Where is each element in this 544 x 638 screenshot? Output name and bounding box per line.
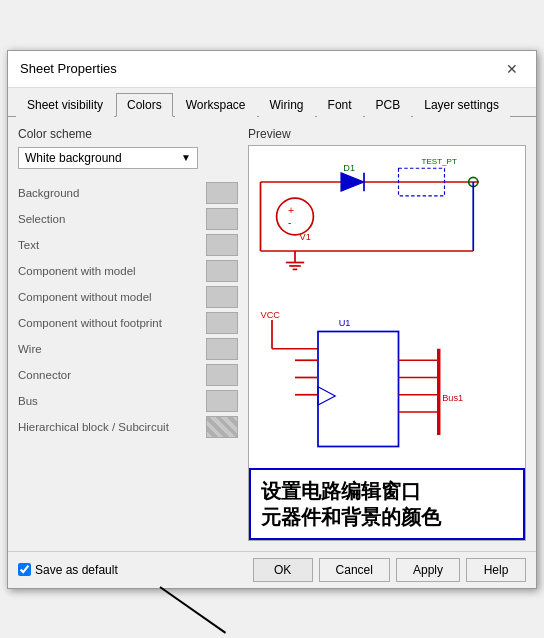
background-label: Background [18,187,206,199]
color-rows-container: Background Selection Text Component with… [18,181,238,439]
color-scheme-value: White background [25,151,122,165]
color-scheme-label: Color scheme [18,127,238,141]
save-default-label: Save as default [35,563,118,577]
tab-pcb[interactable]: PCB [365,93,412,117]
tab-colors[interactable]: Colors [116,93,173,117]
title-bar: Sheet Properties ✕ [8,51,536,88]
selection-label: Selection [18,213,206,225]
preview-label: Preview [248,127,526,141]
connector-label: Connector [18,369,206,381]
dropdown-arrow-icon: ▼ [181,152,191,163]
bus-label: Bus [18,395,206,407]
color-row-component-with-model: Component with model [18,259,238,283]
preview-area: D1 TEST_PT + - V1 [248,145,526,541]
component-without-model-swatch[interactable] [206,286,238,308]
color-row-background: Background [18,181,238,205]
color-row-wire: Wire [18,337,238,361]
component-without-footprint-label: Component without footprint [18,317,206,329]
color-row-component-without-model: Component without model [18,285,238,309]
color-row-component-without-footprint: Component without footprint [18,311,238,335]
apply-button[interactable]: Apply [396,558,460,582]
svg-text:+: + [288,205,294,216]
svg-rect-21 [318,331,399,446]
text-swatch[interactable] [206,234,238,256]
component-with-model-swatch[interactable] [206,260,238,282]
left-panel: Color scheme White background ▼ Backgrou… [18,127,238,541]
content-area: Color scheme White background ▼ Backgrou… [8,117,536,551]
tab-workspace[interactable]: Workspace [175,93,257,117]
tab-font[interactable]: Font [317,93,363,117]
color-row-selection: Selection [18,207,238,231]
svg-text:VCC: VCC [261,309,281,319]
cancel-button[interactable]: Cancel [319,558,390,582]
svg-text:V1: V1 [300,231,311,241]
color-row-connector: Connector [18,363,238,387]
selection-swatch[interactable] [206,208,238,230]
svg-point-10 [277,198,314,235]
ok-button[interactable]: OK [253,558,313,582]
tab-bar: Sheet visibility Colors Workspace Wiring… [8,88,536,117]
connector-swatch[interactable] [206,364,238,386]
footer: Save as default OK Cancel Apply Help [8,551,536,588]
tab-wiring[interactable]: Wiring [259,93,315,117]
color-row-bus: Bus [18,389,238,413]
color-row-hierarchical-block: Hierarchical block / Subcircuit [18,415,238,439]
save-default-checkbox-label: Save as default [18,563,118,577]
annotation-line2: 元器件和背景的颜色 [261,504,513,530]
tab-sheet-visibility[interactable]: Sheet visibility [16,93,114,117]
annotation-line1: 设置电路编辑窗口 [261,478,513,504]
text-label: Text [18,239,206,251]
svg-marker-1 [341,172,364,190]
footer-buttons: OK Cancel Apply Help [253,558,526,582]
sheet-properties-dialog: Sheet Properties ✕ Sheet visibility Colo… [7,50,537,589]
close-button[interactable]: ✕ [500,59,524,79]
svg-text:Bus1: Bus1 [442,392,463,402]
help-button[interactable]: Help [466,558,526,582]
tab-layer-settings[interactable]: Layer settings [413,93,510,117]
component-without-model-label: Component without model [18,291,206,303]
annotation-box: 设置电路编辑窗口 元器件和背景的颜色 [249,468,525,540]
dialog-title: Sheet Properties [20,61,117,76]
svg-text:-: - [288,216,291,227]
annotation-line [159,586,226,634]
svg-text:U1: U1 [339,317,351,327]
color-scheme-dropdown-row: White background ▼ [18,147,238,169]
save-default-checkbox[interactable] [18,563,31,576]
wire-label: Wire [18,343,206,355]
component-with-model-label: Component with model [18,265,206,277]
bus-swatch[interactable] [206,390,238,412]
svg-marker-26 [318,386,335,404]
component-without-footprint-swatch[interactable] [206,312,238,334]
wire-swatch[interactable] [206,338,238,360]
hierarchical-block-label: Hierarchical block / Subcircuit [18,421,206,433]
background-swatch[interactable] [206,182,238,204]
color-scheme-dropdown[interactable]: White background ▼ [18,147,198,169]
right-panel: Preview D1 TEST_PT [248,127,526,541]
color-row-text: Text [18,233,238,257]
svg-text:TEST_PT: TEST_PT [422,156,457,165]
hierarchical-block-swatch[interactable] [206,416,238,438]
svg-text:D1: D1 [343,162,355,172]
